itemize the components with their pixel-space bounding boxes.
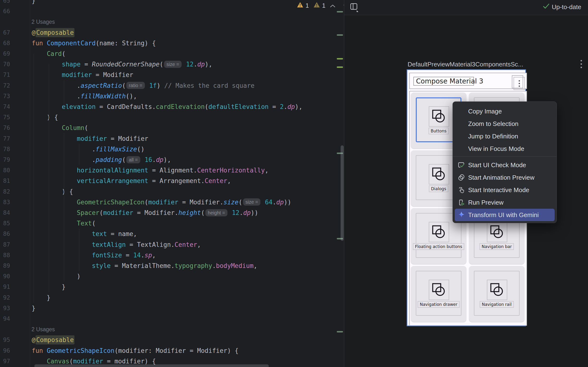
interactive-icon <box>458 186 465 194</box>
code-line[interactable]: 72 .aspectRatio(ratio = 1f) // Makes the… <box>0 80 344 91</box>
code-line[interactable]: 74 elevation = CardDefaults.cardElevatio… <box>0 101 344 112</box>
line-number[interactable]: 68 <box>3 38 10 49</box>
line-number[interactable]: 87 <box>3 239 10 250</box>
code-line[interactable]: 70 shape = RoundedCornerShape(size = 12.… <box>0 59 344 70</box>
code-line[interactable]: 73 .fillMaxWidth(), <box>0 91 344 101</box>
preview-overflow-menu-button[interactable] <box>512 75 523 88</box>
code-line[interactable]: 68fun ComponentCard(name: String) { <box>0 38 344 49</box>
line-number[interactable]: 83 <box>3 197 10 208</box>
code-line[interactable]: 71 modifier = Modifier <box>0 70 344 80</box>
line-number[interactable]: 97 <box>3 356 10 367</box>
line-number[interactable]: 78 <box>3 144 10 154</box>
code-line[interactable]: 65} <box>0 0 344 6</box>
line-number[interactable]: 66 <box>3 6 10 17</box>
code-line[interactable]: 79 .padding(all = 16.dp), <box>0 154 344 165</box>
preview-options-kebab-icon[interactable] <box>580 59 586 70</box>
code-line[interactable]: 89 style = MaterialTheme.typography.body… <box>0 260 344 271</box>
code-line[interactable]: 80 horizontalAlignment = Alignment.Cente… <box>0 165 344 175</box>
menu-item-start-animation-preview[interactable]: Start Animation Preview <box>455 171 555 184</box>
code-line[interactable]: 95@Composable <box>0 335 344 345</box>
line-number[interactable]: 76 <box>3 123 10 133</box>
line-number[interactable]: 74 <box>3 101 10 112</box>
menu-item-view-in-focus-mode[interactable]: View in Focus Mode <box>455 142 555 155</box>
vcs-change-mark[interactable] <box>337 58 343 59</box>
code-line[interactable]: 90 ) <box>0 271 344 282</box>
line-number[interactable]: 89 <box>3 260 10 271</box>
code-line[interactable]: 82 ) { <box>0 186 344 197</box>
code-line[interactable]: 81 verticalArrangement = Arrangement.Cen… <box>0 175 344 186</box>
line-number[interactable]: 95 <box>3 335 10 345</box>
warning-icon[interactable] <box>297 2 303 9</box>
line-number[interactable]: 80 <box>3 165 10 175</box>
line-number[interactable]: 69 <box>3 49 10 59</box>
component-card-navigation-drawer[interactable]: Navigation drawer <box>411 266 466 322</box>
line-number[interactable]: 72 <box>3 80 10 91</box>
code-line[interactable]: 92 } <box>0 292 344 303</box>
line-number[interactable]: 88 <box>3 250 10 260</box>
menu-item-copy-image[interactable]: Copy Image <box>455 105 555 117</box>
menu-item-zoom-to-selection[interactable]: Zoom to Selection <box>455 117 555 130</box>
code-line[interactable]: 87 textAlign = TextAlign.Center, <box>0 239 344 250</box>
editor-layout-mode-icon[interactable] <box>350 3 359 12</box>
code-line[interactable]: 96fun GeometricShapeIcon(modifier: Modif… <box>0 345 344 356</box>
code-line[interactable]: 75 ) { <box>0 112 344 123</box>
line-number[interactable]: 65 <box>3 0 10 6</box>
editor-vertical-scrollbar[interactable] <box>341 145 344 241</box>
code-text: ) { <box>32 186 73 197</box>
vcs-change-mark[interactable] <box>337 34 343 36</box>
code-line[interactable]: 88 fontSize = 14.sp, <box>0 250 344 260</box>
component-card-navigation-rail[interactable]: Navigation rail <box>469 266 524 322</box>
code-line[interactable]: 91 } <box>0 282 344 292</box>
code-text: Spacer(modifier = Modifier.height(height… <box>32 208 258 218</box>
line-number[interactable]: 81 <box>3 175 10 186</box>
geometric-shape-icon <box>429 280 449 300</box>
line-number[interactable]: 79 <box>3 154 10 165</box>
line-number[interactable]: 67 <box>3 27 10 38</box>
vcs-change-mark[interactable] <box>337 331 343 333</box>
code-line[interactable]: 84 Spacer(modifier = Modifier.height(hei… <box>0 208 344 218</box>
code-line[interactable]: 83 GeometricShapeIcon(modifier = Modifie… <box>0 197 344 208</box>
menu-item-start-interactive-mode[interactable]: Start Interactive Mode <box>455 184 555 196</box>
line-number[interactable]: 77 <box>3 133 10 144</box>
line-number[interactable]: 70 <box>3 59 10 70</box>
code-line[interactable]: 69 Card( <box>0 49 344 59</box>
code-line[interactable]: 67@Composable <box>0 27 344 38</box>
vcs-change-mark[interactable] <box>337 11 343 12</box>
line-number[interactable]: 91 <box>3 282 10 292</box>
line-number[interactable]: 90 <box>3 271 10 282</box>
preview-status[interactable]: Up-to-date <box>543 3 581 11</box>
code-line[interactable]: 85 Text( <box>0 218 344 229</box>
vcs-change-mark[interactable] <box>337 67 343 68</box>
code-editor[interactable]: 65}662 Usages67@Composable68fun Componen… <box>0 0 344 367</box>
usages-hint[interactable]: 2 Usages <box>0 324 344 335</box>
weak-warning-icon[interactable] <box>313 2 320 9</box>
line-number[interactable]: 85 <box>3 218 10 229</box>
card-label: Buttons <box>429 128 449 134</box>
code-line[interactable]: 76 Column( <box>0 123 344 133</box>
code-line[interactable]: 94 <box>0 314 344 324</box>
code-line[interactable]: 77 modifier = Modifier <box>0 133 344 144</box>
line-number[interactable]: 75 <box>3 112 10 123</box>
menu-item-transform-ui-with-gemini[interactable]: Transform UI with Gemini <box>455 209 555 221</box>
usages-hint[interactable]: 2 Usages <box>0 17 344 27</box>
code-line[interactable]: 66 <box>0 6 344 17</box>
line-number[interactable]: 92 <box>3 292 10 303</box>
line-number[interactable]: 94 <box>3 314 10 324</box>
editor-horizontal-scrollbar[interactable] <box>34 364 269 367</box>
line-number[interactable]: 93 <box>3 303 10 314</box>
menu-item-start-ui-check-mode[interactable]: Start UI Check Mode <box>455 159 555 171</box>
line-number[interactable]: 71 <box>3 70 10 80</box>
code-text: textAlign = TextAlign.Center, <box>32 239 201 250</box>
line-number[interactable]: 96 <box>3 345 10 356</box>
line-number[interactable]: 73 <box>3 91 10 101</box>
code-line[interactable]: 78 .fillMaxSize() <box>0 144 344 154</box>
code-line[interactable]: 93} <box>0 303 344 314</box>
code-line[interactable]: 86 text = name, <box>0 229 344 239</box>
preview-title-text-field[interactable]: Compose Material 3 <box>413 77 474 86</box>
line-number[interactable]: 84 <box>3 208 10 218</box>
line-number[interactable]: 86 <box>3 229 10 239</box>
menu-item-jump-to-definition[interactable]: Jump to Definition <box>455 130 555 142</box>
line-number[interactable]: 82 <box>3 186 10 197</box>
previous-problem-chevron-up-icon[interactable] <box>330 2 335 9</box>
menu-item-run-preview[interactable]: Run Preview <box>455 196 555 209</box>
